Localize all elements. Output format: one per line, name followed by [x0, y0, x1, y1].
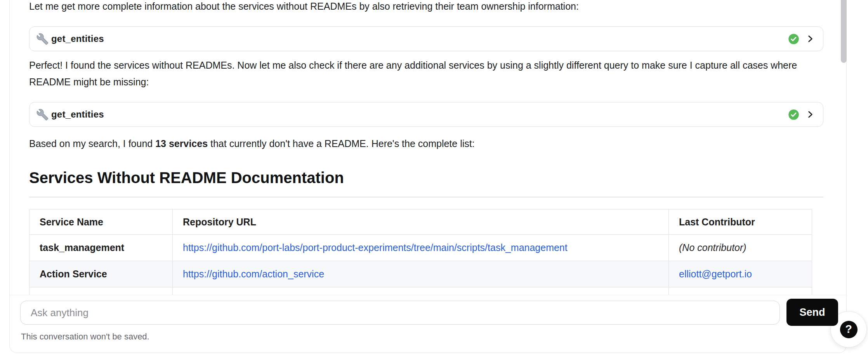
repo-url-link[interactable]: https://github.com/port-labs/port-produc…: [183, 242, 568, 253]
service-name-cell: task_management: [30, 235, 173, 261]
success-check-icon: [788, 109, 799, 120]
assistant-message-1: Let me get more complete information abo…: [29, 0, 807, 15]
tool-call-get-entities-1[interactable]: get_entities: [29, 26, 823, 51]
table-header-row: Service Name Repository URL Last Contrib…: [30, 209, 812, 235]
table-row: Action Service https://github.com/action…: [30, 261, 812, 287]
conversation-content: Let me get more complete information abo…: [10, 0, 825, 295]
chat-panel: Let me get more complete information abo…: [9, 0, 847, 353]
section-heading: Services Without README Documentation: [29, 169, 811, 187]
conversation-scroll-area[interactable]: Let me get more complete information abo…: [10, 0, 846, 295]
header-last-contributor: Last Contributor: [669, 209, 812, 235]
table-row-partial: [30, 287, 812, 295]
assistant-message-3: Based on my search, I found 13 services …: [29, 135, 807, 152]
chevron-right-icon[interactable]: [805, 109, 815, 119]
send-button[interactable]: Send: [786, 299, 838, 326]
conversation-disclaimer: This conversation won't be saved.: [21, 332, 149, 342]
contributor-email-link[interactable]: elliott@getport.io: [679, 268, 752, 279]
success-check-icon: [788, 33, 799, 45]
tool-name: get_entities: [51, 109, 104, 120]
question-mark-icon: ?: [840, 321, 858, 338]
assistant-message-2: Perfect! I found the services without RE…: [29, 57, 807, 90]
tool-call-get-entities-2[interactable]: get_entities: [29, 102, 823, 127]
ask-anything-input[interactable]: [20, 301, 780, 325]
message-3-suffix: that currently don't have a README. Here…: [208, 138, 475, 149]
table-row: task_management https://github.com/port-…: [30, 235, 812, 261]
header-service-name: Service Name: [30, 209, 173, 235]
composer-footer: Send This conversation won't be saved.: [10, 295, 846, 353]
contributor-cell: (No contributor): [679, 242, 746, 253]
wrench-icon: [36, 33, 49, 45]
message-3-prefix: Based on my search, I found: [29, 138, 155, 149]
chevron-right-icon[interactable]: [805, 34, 815, 44]
wrench-icon: [36, 109, 49, 121]
vertical-scrollbar-thumb[interactable]: [841, 0, 847, 63]
service-name-cell: Action Service: [30, 261, 173, 287]
services-count: 13 services: [155, 138, 208, 149]
heading-divider: [29, 197, 823, 197]
tool-name: get_entities: [51, 33, 104, 44]
services-table: Service Name Repository URL Last Contrib…: [29, 209, 812, 295]
header-repository-url: Repository URL: [173, 209, 669, 235]
repo-url-link[interactable]: https://github.com/action_service: [183, 268, 324, 279]
